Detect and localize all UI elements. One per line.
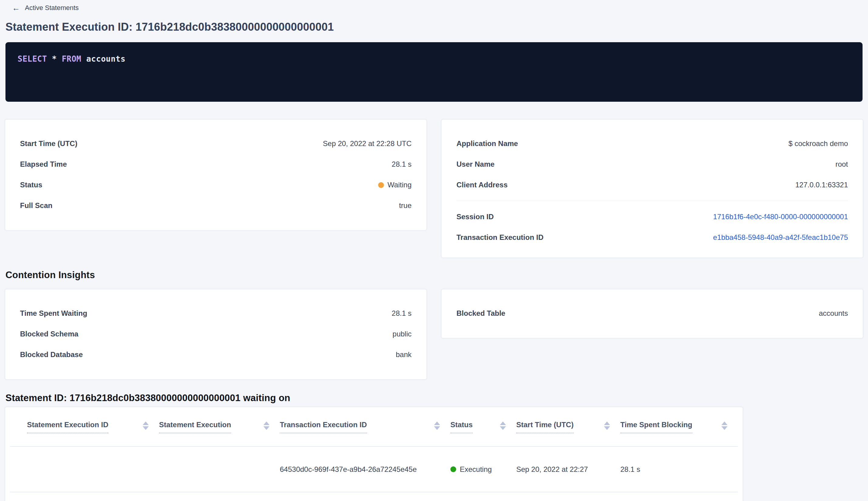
table-header-row: Statement Execution ID Statement Executi… xyxy=(10,407,738,447)
start-time-label: Start Time (UTC) xyxy=(20,139,77,148)
column-header-label: Status xyxy=(451,420,473,433)
sort-icon[interactable] xyxy=(434,422,440,430)
status-value-text: Waiting xyxy=(388,181,412,189)
overview-cards-row: Start Time (UTC) Sep 20, 2022 at 22:28 U… xyxy=(5,119,863,258)
transaction-execution-id-label: Transaction Execution ID xyxy=(456,233,544,242)
time-spent-waiting-label: Time Spent Waiting xyxy=(20,309,87,318)
sort-up-icon xyxy=(500,422,506,425)
start-time-value: Sep 20, 2022 at 22:28 UTC xyxy=(323,139,412,148)
start-time-row: Start Time (UTC) Sep 20, 2022 at 22:28 U… xyxy=(5,133,426,154)
waiting-on-heading: Statement ID: 1716b218dc0b38380000000000… xyxy=(6,392,868,404)
cell-status: Executing xyxy=(451,465,516,474)
column-header-time-spent-blocking[interactable]: Time Spent Blocking xyxy=(620,420,738,433)
full-scan-row: Full Scan true xyxy=(5,195,426,216)
cell-transaction-execution-id: 64530d0c-969f-437e-a9b4-26a72245e45e xyxy=(280,465,451,474)
topbar: ← Active Statements xyxy=(12,3,868,13)
full-scan-label: Full Scan xyxy=(20,201,53,210)
sql-keyword: SELECT xyxy=(18,54,47,63)
back-arrow-icon: ← xyxy=(12,4,20,12)
blocked-schema-value: public xyxy=(392,330,412,338)
time-spent-waiting-row: Time Spent Waiting 28.1 s xyxy=(5,303,426,324)
sort-down-icon xyxy=(263,426,270,430)
elapsed-time-value: 28.1 s xyxy=(392,160,412,169)
blocked-database-value: bank xyxy=(396,350,412,359)
sort-icon[interactable] xyxy=(143,422,149,430)
blocked-table-row: Blocked Table accounts xyxy=(442,303,863,324)
cell-start-time: Sep 20, 2022 at 22:27 xyxy=(516,465,620,474)
elapsed-time-label: Elapsed Time xyxy=(20,160,67,169)
column-header-statement-execution-id[interactable]: Statement Execution ID xyxy=(27,420,159,433)
cell-status-text: Executing xyxy=(460,465,492,474)
client-address-value: 127.0.0.1:63321 xyxy=(795,181,848,189)
session-id-link[interactable]: 1716b1f6-4e0c-f480-0000-000000000001 xyxy=(713,213,848,221)
blocked-table-card: Blocked Table accounts xyxy=(441,289,863,338)
status-executing-dot-icon xyxy=(451,466,456,472)
time-spent-waiting-value: 28.1 s xyxy=(392,309,412,318)
sort-up-icon xyxy=(143,422,149,425)
status-row: Status Waiting xyxy=(5,174,426,195)
application-name-row: Application Name $ cockroach demo xyxy=(442,133,863,154)
sort-up-icon xyxy=(721,422,727,425)
session-card-divider xyxy=(456,201,848,201)
full-scan-value: true xyxy=(399,201,412,210)
user-name-label: User Name xyxy=(456,160,495,169)
sql-plain: accounts xyxy=(82,54,125,63)
transaction-execution-id-link[interactable]: e1bba458-5948-40a9-a42f-5feac1b10e75 xyxy=(713,233,848,242)
sort-down-icon xyxy=(143,426,149,430)
sort-up-icon xyxy=(434,422,440,425)
client-address-label: Client Address xyxy=(456,181,508,189)
sort-icon[interactable] xyxy=(500,422,506,430)
contention-insights-heading: Contention Insights xyxy=(6,269,868,281)
sort-down-icon xyxy=(604,426,610,430)
sql-statement-box: SELECT * FROM accounts xyxy=(6,42,862,102)
column-header-transaction-execution-id[interactable]: Transaction Execution ID xyxy=(280,420,451,433)
execution-summary-card: Start Time (UTC) Sep 20, 2022 at 22:28 U… xyxy=(5,119,427,231)
page-title: Statement Execution ID: 1716b218dc0b3838… xyxy=(6,19,862,35)
sql-statement-text: SELECT * FROM accounts xyxy=(18,54,850,63)
column-header-label: Start Time (UTC) xyxy=(516,420,574,433)
sort-up-icon xyxy=(263,422,270,425)
session-details-card: Application Name $ cockroach demo User N… xyxy=(441,119,863,258)
sort-down-icon xyxy=(500,426,506,430)
back-to-active-statements-link[interactable]: ← Active Statements xyxy=(12,4,79,12)
status-label: Status xyxy=(20,181,42,189)
blocked-database-row: Blocked Database bank xyxy=(5,344,426,365)
contention-cards-row: Time Spent Waiting 28.1 s Blocked Schema… xyxy=(5,289,863,380)
blocked-schema-row: Blocked Schema public xyxy=(5,324,426,344)
blocked-table-label: Blocked Table xyxy=(456,309,505,318)
column-header-start-time[interactable]: Start Time (UTC) xyxy=(516,420,620,433)
cell-time-spent-blocking: 28.1 s xyxy=(620,465,738,474)
back-link-label: Active Statements xyxy=(25,4,79,12)
table-row[interactable]: 64530d0c-969f-437e-a9b4-26a72245e45e Exe… xyxy=(10,447,738,492)
column-header-label: Time Spent Blocking xyxy=(620,420,692,433)
status-value: Waiting xyxy=(378,181,412,189)
session-id-row: Session ID 1716b1f6-4e0c-f480-0000-00000… xyxy=(442,206,863,227)
sort-up-icon xyxy=(604,422,610,425)
transaction-execution-id-row: Transaction Execution ID e1bba458-5948-4… xyxy=(442,227,863,248)
session-id-label: Session ID xyxy=(456,213,494,221)
sql-plain: * xyxy=(47,54,62,63)
sort-icon[interactable] xyxy=(263,422,270,430)
elapsed-time-row: Elapsed Time 28.1 s xyxy=(5,154,426,174)
column-header-status[interactable]: Status xyxy=(451,420,516,433)
client-address-row: Client Address 127.0.0.1:63321 xyxy=(442,174,863,195)
application-name-value: $ cockroach demo xyxy=(789,139,848,148)
sort-icon[interactable] xyxy=(721,422,727,430)
application-name-label: Application Name xyxy=(456,139,518,148)
column-header-label: Statement Execution ID xyxy=(27,420,108,433)
sort-down-icon xyxy=(721,426,727,430)
column-header-statement-execution[interactable]: Statement Execution xyxy=(159,420,280,433)
sort-down-icon xyxy=(434,426,440,430)
column-header-label: Statement Execution xyxy=(159,420,231,433)
column-header-label: Transaction Execution ID xyxy=(280,420,367,433)
blocked-database-label: Blocked Database xyxy=(20,350,83,359)
waiting-on-table: Statement Execution ID Statement Executi… xyxy=(5,407,743,501)
blocked-schema-label: Blocked Schema xyxy=(20,330,78,338)
contention-details-card: Time Spent Waiting 28.1 s Blocked Schema… xyxy=(5,289,427,380)
user-name-value: root xyxy=(836,160,848,169)
sort-icon[interactable] xyxy=(604,422,610,430)
blocked-table-value: accounts xyxy=(819,309,848,318)
sql-keyword: FROM xyxy=(62,54,82,63)
user-name-row: User Name root xyxy=(442,154,863,174)
status-waiting-dot-icon xyxy=(378,182,384,188)
